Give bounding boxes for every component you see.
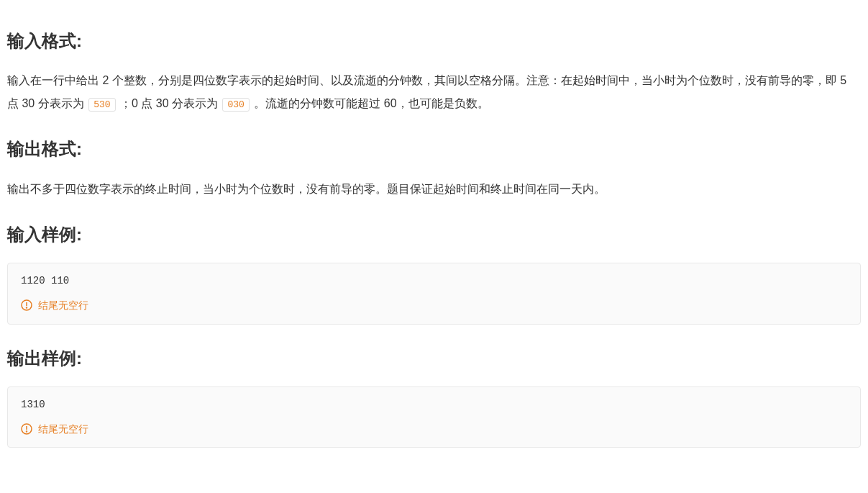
input-format-text-3: 。流逝的分钟数可能超过 60，也可能是负数。 bbox=[251, 97, 489, 109]
inline-code-530: 530 bbox=[88, 98, 115, 112]
exclamation-circle-icon bbox=[21, 299, 32, 311]
warning-row: 结尾无空行 bbox=[21, 421, 847, 437]
warning-text: 结尾无空行 bbox=[38, 421, 88, 437]
output-sample-code: 1310 bbox=[21, 397, 847, 412]
warning-row: 结尾无空行 bbox=[21, 297, 847, 313]
svg-point-2 bbox=[27, 307, 27, 308]
exclamation-circle-icon bbox=[21, 423, 32, 435]
input-format-paragraph: 输入在一行中给出 2 个整数，分别是四位数字表示的起始时间、以及流逝的分钟数，其… bbox=[7, 69, 861, 115]
input-sample-heading: 输入样例: bbox=[7, 221, 861, 248]
output-format-paragraph: 输出不多于四位数字表示的终止时间，当小时为个位数时，没有前导的零。题目保证起始时… bbox=[7, 178, 861, 201]
output-format-heading: 输出格式: bbox=[7, 135, 861, 163]
input-format-heading: 输入格式: bbox=[7, 27, 861, 55]
inline-code-030: 030 bbox=[222, 98, 249, 112]
warning-text: 结尾无空行 bbox=[38, 297, 88, 313]
input-sample-block: 1120 110 结尾无空行 bbox=[7, 263, 861, 324]
output-sample-block: 1310 结尾无空行 bbox=[7, 386, 861, 448]
svg-point-5 bbox=[27, 431, 27, 432]
input-format-text-2: ；0 点 30 分表示为 bbox=[117, 97, 221, 109]
output-sample-heading: 输出样例: bbox=[7, 345, 861, 372]
input-sample-code: 1120 110 bbox=[21, 273, 847, 289]
